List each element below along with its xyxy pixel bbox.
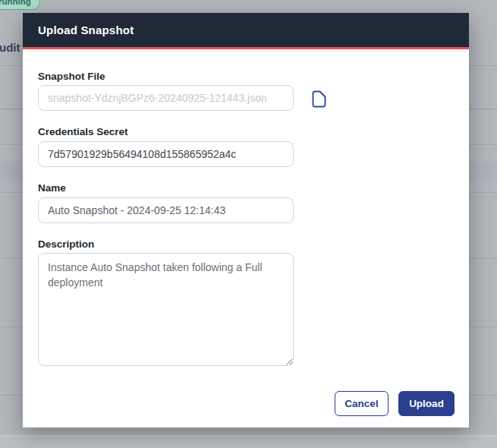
- snapshot-file-label: Snapshot File: [38, 71, 105, 82]
- file-icon: [312, 90, 326, 108]
- status-badge: running: [0, 0, 40, 10]
- name-input[interactable]: [38, 197, 294, 223]
- description-textarea[interactable]: Instance Auto Snapshot taken following a…: [38, 253, 294, 366]
- credentials-secret-input[interactable]: [38, 141, 294, 167]
- dialog-header: Upload Snapshot: [23, 13, 469, 47]
- upload-button[interactable]: Upload: [398, 391, 455, 416]
- name-label: Name: [38, 182, 66, 194]
- dialog-accent-line: [23, 47, 469, 49]
- snapshot-file-input[interactable]: [38, 85, 294, 111]
- dialog-title: Upload Snapshot: [38, 24, 134, 36]
- file-picker-button[interactable]: [308, 88, 329, 109]
- credentials-secret-label: Credentials Secret: [38, 126, 128, 137]
- description-label: Description: [38, 238, 94, 250]
- cancel-button[interactable]: Cancel: [335, 391, 388, 416]
- upload-snapshot-dialog: Upload Snapshot Snapshot File Credential…: [23, 13, 469, 427]
- page-footer-strip: [0, 435, 497, 448]
